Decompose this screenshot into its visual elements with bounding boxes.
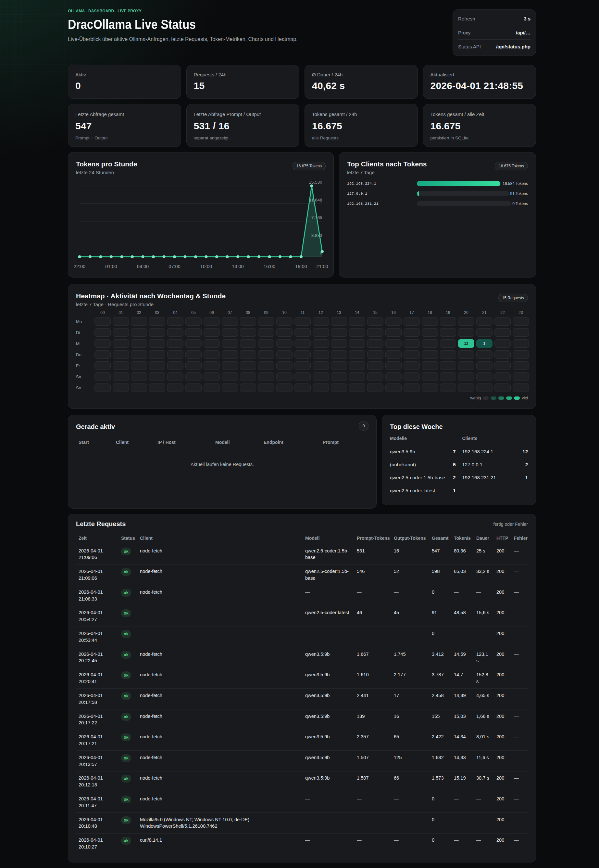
svg-text:15.530: 15.530 bbox=[309, 180, 322, 184]
svg-text:19:00: 19:00 bbox=[295, 264, 307, 269]
svg-text:22:00: 22:00 bbox=[74, 264, 86, 269]
svg-text:10:00: 10:00 bbox=[200, 264, 212, 269]
svg-text:01:00: 01:00 bbox=[105, 264, 117, 269]
svg-text:04:00: 04:00 bbox=[137, 264, 149, 269]
svg-text:16:00: 16:00 bbox=[263, 264, 275, 269]
svg-text:13:00: 13:00 bbox=[232, 264, 244, 269]
svg-text:21:00: 21:00 bbox=[316, 264, 328, 269]
svg-text:07:00: 07:00 bbox=[169, 264, 180, 269]
